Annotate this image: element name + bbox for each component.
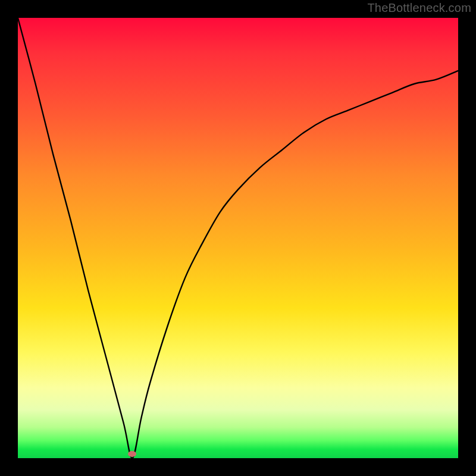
chart-frame: TheBottleneck.com — [0, 0, 476, 476]
minimum-marker — [128, 451, 136, 457]
bottleneck-curve — [18, 18, 458, 458]
plot-area — [18, 18, 458, 458]
watermark-text: TheBottleneck.com — [367, 1, 471, 15]
